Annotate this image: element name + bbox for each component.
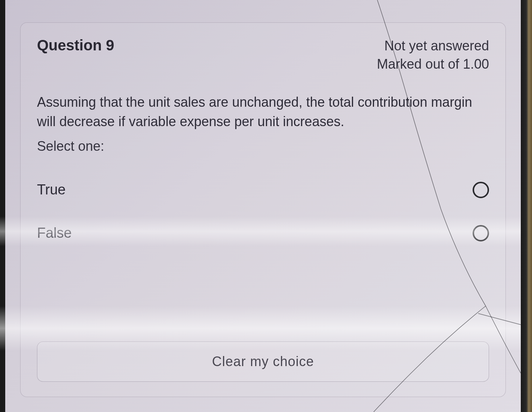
quiz-content: Question 9 Not yet answered Marked out o…: [5, 0, 521, 412]
option-true[interactable]: True: [37, 168, 489, 212]
question-status-block: Not yet answered Marked out of 1.00: [377, 37, 489, 73]
options-list: True False: [21, 161, 505, 334]
question-number: Question 9: [37, 37, 114, 54]
question-card: Question 9 Not yet answered Marked out o…: [20, 22, 506, 397]
select-prompt: Select one:: [37, 138, 489, 154]
question-status: Not yet answered: [377, 37, 489, 55]
question-marks: Marked out of 1.00: [377, 55, 489, 74]
radio-true[interactable]: [473, 182, 489, 198]
option-label: True: [37, 182, 66, 198]
device-bezel-right: [521, 0, 532, 412]
clear-section: Clear my choice: [21, 334, 505, 397]
question-body: Assuming that the unit sales are unchang…: [21, 84, 505, 160]
clear-choice-button[interactable]: Clear my choice: [37, 341, 489, 382]
question-text: Assuming that the unit sales are unchang…: [37, 93, 489, 131]
option-false[interactable]: False: [37, 212, 489, 255]
device-bezel-left: [0, 0, 5, 412]
question-header: Question 9 Not yet answered Marked out o…: [21, 23, 505, 84]
option-label: False: [37, 225, 72, 241]
radio-false[interactable]: [473, 225, 489, 241]
